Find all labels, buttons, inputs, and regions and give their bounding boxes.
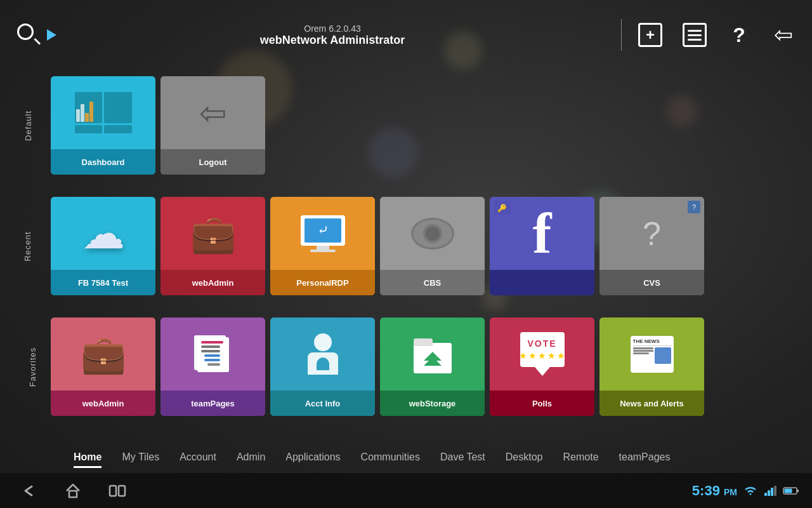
cbs-logo	[411, 218, 454, 250]
tile-dashboard[interactable]: Dashboard	[51, 76, 155, 175]
tile-fb7584[interactable]: ☁ FB 7584 Test	[51, 197, 155, 295]
nav-admin[interactable]: Admin	[226, 446, 275, 468]
tile-webadmin-recent-label: webAdmin	[160, 270, 265, 295]
tile-newsalerts[interactable]: THE NEWS News and Alerts	[599, 318, 704, 416]
tile-dashboard-label: Dashboard	[51, 149, 155, 175]
search-area[interactable]	[13, 19, 56, 51]
battery-icon	[783, 486, 799, 495]
nav-applications[interactable]: Applications	[275, 446, 350, 468]
tile-webadmin-fav[interactable]: 💼 webAdmin	[51, 318, 155, 416]
favorites-tiles-row: 💼 webAdmin teamPages	[51, 318, 799, 416]
news-icon: THE NEWS	[631, 336, 674, 373]
tile-fb7584-label: FB 7584 Test	[51, 270, 155, 295]
nav-davetest[interactable]: Dave Test	[430, 446, 495, 468]
admin-title-text: webNetwork Administrator	[56, 34, 608, 47]
facebook-icon: f	[533, 205, 552, 262]
menu-icon	[683, 23, 707, 47]
tile-cvs-label: CVS	[599, 270, 704, 295]
tile-acctinfo-label: Acct Info	[270, 391, 375, 416]
svg-rect-19	[774, 486, 776, 496]
cloud-icon: ☁	[82, 208, 125, 258]
recents-button[interactable]	[102, 478, 133, 504]
home-icon	[64, 482, 82, 500]
search-run-icon	[47, 29, 56, 41]
tile-cbs[interactable]: CBS	[380, 197, 485, 295]
system-status-icons	[743, 485, 799, 497]
tile-webstorage[interactable]: webStorage	[380, 318, 485, 416]
back-button[interactable]	[13, 478, 44, 504]
tile-facebook[interactable]: 🔑 f	[490, 197, 594, 295]
briefcase-icon-fav: 💼	[81, 333, 126, 376]
back-icon	[19, 481, 38, 500]
recents-icon	[108, 482, 126, 500]
svg-rect-22	[785, 488, 792, 493]
tile-teampages[interactable]: teamPages	[160, 318, 265, 416]
briefcase-icon-recent: 💼	[190, 212, 236, 255]
svg-rect-17	[768, 490, 770, 496]
tile-acctinfo[interactable]: Acct Info	[270, 318, 375, 416]
search-button[interactable]	[13, 19, 44, 51]
tile-newsalerts-label: News and Alerts	[599, 391, 704, 416]
tile-polls[interactable]: VOTE ★ ★ ★ ★ ★ Polls	[490, 318, 594, 416]
tile-polls-label: Polls	[490, 391, 594, 416]
tile-personalrdp-label: PersonalRDP	[270, 270, 375, 295]
version-text: Orem 6.2.0.43	[56, 23, 608, 34]
vote-icon: VOTE ★ ★ ★ ★ ★	[520, 332, 565, 376]
tile-logout[interactable]: ⇦ Logout	[160, 76, 265, 175]
svg-rect-13	[69, 491, 77, 497]
header-title-area: Orem 6.2.0.43 webNetwork Administrator	[56, 23, 608, 47]
home-button[interactable]	[57, 478, 89, 504]
nav-home[interactable]: Home	[63, 446, 112, 468]
header-icons: ? ⇦	[634, 19, 799, 51]
add-tile-button[interactable]	[634, 19, 666, 51]
tile-cbs-label: CBS	[380, 270, 485, 295]
tile-personalrdp[interactable]: ⤶ PersonalRDP	[270, 197, 375, 295]
tile-facebook-label	[490, 270, 594, 295]
clock-time: 5:39	[692, 483, 720, 498]
header: Orem 6.2.0.43 webNetwork Administrator ?…	[0, 0, 812, 70]
default-label: Default	[23, 110, 33, 140]
wifi-icon	[743, 485, 757, 497]
help-button[interactable]: ?	[723, 19, 755, 51]
acct-icon	[308, 333, 338, 375]
tile-webstorage-label: webStorage	[380, 391, 485, 416]
logout-header-button[interactable]: ⇦	[768, 19, 799, 51]
tile-teampages-label: teamPages	[160, 391, 265, 416]
recent-section: Recent ☁ FB 7584 Test 💼 webAdmin ⤶	[51, 197, 799, 295]
nav-account[interactable]: Account	[169, 446, 226, 468]
folder-icon	[410, 335, 455, 373]
tile-logout-label: Logout	[160, 149, 265, 175]
system-clock: 5:39 PM	[692, 483, 737, 499]
svg-rect-14	[110, 486, 116, 496]
nav-desktop[interactable]: Desktop	[495, 446, 553, 468]
svg-rect-21	[797, 490, 799, 492]
svg-rect-15	[119, 486, 125, 496]
header-divider	[621, 19, 622, 51]
cvs-question-icon: ?	[643, 215, 661, 253]
favorites-label: Favorites	[28, 347, 37, 386]
tile-webadmin-recent[interactable]: 💼 webAdmin	[160, 197, 265, 295]
nav-communities[interactable]: Communities	[351, 446, 430, 468]
signal-icon	[764, 485, 776, 497]
monitor-icon: ⤶	[301, 215, 345, 252]
nav-teampages[interactable]: teamPages	[609, 446, 681, 468]
nav-mytiles[interactable]: My Tiles	[112, 446, 169, 468]
teampages-icon	[191, 332, 235, 377]
key-badge: 🔑	[494, 201, 511, 215]
menu-button[interactable]	[679, 19, 710, 51]
recent-tiles-row: ☁ FB 7584 Test 💼 webAdmin ⤶	[51, 197, 799, 295]
logout-header-icon: ⇦	[774, 22, 793, 48]
info-badge: ?	[688, 201, 700, 213]
system-bar: 5:39 PM	[0, 473, 812, 508]
nav-remote[interactable]: Remote	[553, 446, 609, 468]
favorites-section: Favorites 💼 webAdmin	[51, 318, 799, 416]
clock-ampm: PM	[724, 487, 737, 497]
add-tile-icon	[638, 23, 662, 47]
logout-tile-icon: ⇦	[199, 94, 227, 132]
default-tiles-row: Dashboard ⇦ Logout	[51, 76, 799, 175]
tile-cvs[interactable]: ? ? CVS	[599, 197, 704, 295]
tile-webadmin-fav-label: webAdmin	[51, 391, 155, 416]
recent-label: Recent	[23, 231, 32, 261]
default-section: Default	[51, 76, 799, 175]
bottom-nav: Home My Tiles Account Admin Applications…	[0, 441, 812, 473]
